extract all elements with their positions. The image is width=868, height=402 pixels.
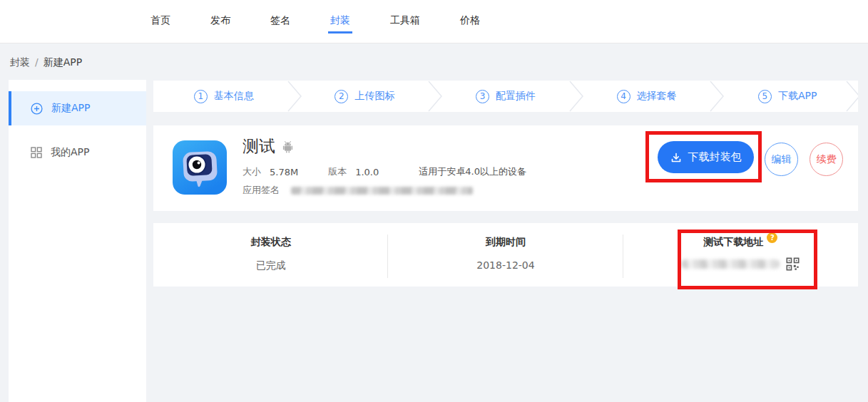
breadcrumb-separator: / xyxy=(35,56,39,68)
app-signature-row: 应用签名 xyxy=(242,184,473,197)
step-choose-plan[interactable]: 4 选择套餐 xyxy=(576,81,718,112)
main-nav: 首页 发布 签名 封装 工具箱 价格 xyxy=(0,0,868,43)
help-icon[interactable]: ? xyxy=(767,232,777,243)
steps-bar: 1 基本信息 2 上传图标 3 配置插件 4 选择套餐 5 下载APP xyxy=(153,81,858,112)
step-number-badge: 2 xyxy=(335,90,348,103)
grid-icon xyxy=(31,147,42,158)
sidebar-item-my-app[interactable]: 我的APP xyxy=(9,135,146,170)
nav-label: 首页 xyxy=(148,10,173,34)
chevron-right-icon xyxy=(709,81,725,112)
expiry-date-column: 到期时间 2018-12-04 xyxy=(388,223,623,287)
breadcrumb-page: 新建APP xyxy=(44,56,82,68)
package-status-column: 封装状态 已完成 xyxy=(153,223,388,287)
step-label: 上传图标 xyxy=(354,90,394,103)
step-number-badge: 1 xyxy=(194,90,208,103)
breadcrumb-section[interactable]: 封装 xyxy=(10,56,30,68)
sidebar-item-label: 我的APP xyxy=(51,146,89,159)
compat-text: 适用于安卓4.0以上的设备 xyxy=(419,165,526,178)
step-number-badge: 5 xyxy=(758,90,772,103)
app-signature-redacted xyxy=(291,187,473,195)
nav-item-signature[interactable]: 签名 xyxy=(268,0,292,43)
nav-label: 工具箱 xyxy=(388,10,422,34)
download-icon xyxy=(670,152,682,163)
app-card: 测试 大小 5.78M 版本 1.0.0 适用于安卓4.0以上的设备 应用签名 xyxy=(153,125,858,211)
nav-item-toolbox[interactable]: 工具箱 xyxy=(388,0,422,43)
download-button-label: 下载封装包 xyxy=(688,150,742,164)
edit-button[interactable]: 编辑 xyxy=(765,143,798,176)
app-title-row: 测试 xyxy=(242,135,294,158)
qr-code-icon[interactable] xyxy=(786,257,800,271)
package-status-label: 封装状态 xyxy=(153,236,388,249)
step-label: 选择套餐 xyxy=(637,90,677,103)
chevron-right-icon xyxy=(427,81,443,112)
version-value: 1.0.0 xyxy=(355,167,379,177)
step-upload-icon[interactable]: 2 上传图标 xyxy=(295,81,436,112)
app-meta-row: 大小 5.78M 版本 1.0.0 适用于安卓4.0以上的设备 xyxy=(242,165,526,178)
nav-label: 价格 xyxy=(458,10,482,34)
sidebar-item-new-app[interactable]: 新建APP xyxy=(9,91,146,125)
expiry-date-label: 到期时间 xyxy=(388,236,623,249)
breadcrumb: 封装/新建APP xyxy=(10,56,82,69)
page: 首页 发布 签名 封装 工具箱 价格 封装/新建APP 新建APP 我的APP xyxy=(0,0,868,402)
app-title: 测试 xyxy=(242,135,275,158)
size-label: 大小 xyxy=(242,165,261,178)
nav-item-home[interactable]: 首页 xyxy=(148,0,173,43)
info-panel: 封装状态 已完成 到期时间 2018-12-04 测试下载地址 ? xyxy=(153,223,858,287)
step-download-app[interactable]: 5 下载APP xyxy=(717,81,858,112)
chevron-right-icon xyxy=(845,81,858,112)
download-package-button[interactable]: 下载封装包 xyxy=(658,141,754,173)
signature-label: 应用签名 xyxy=(242,184,280,197)
package-status-value: 已完成 xyxy=(153,259,388,272)
step-label: 配置插件 xyxy=(496,90,536,103)
step-basic-info[interactable]: 1 基本信息 xyxy=(153,81,295,112)
top-nav-bar: 首页 发布 签名 封装 工具箱 价格 xyxy=(0,0,868,43)
step-number-badge: 3 xyxy=(476,90,489,103)
test-download-label-row: 测试下载地址 ? xyxy=(623,236,858,249)
nav-label: 签名 xyxy=(268,10,292,34)
step-label: 下载APP xyxy=(778,90,817,103)
nav-item-price[interactable]: 价格 xyxy=(458,0,482,43)
test-download-label: 测试下载地址 xyxy=(703,236,763,249)
renew-button[interactable]: 续费 xyxy=(810,143,843,176)
nav-item-publish[interactable]: 发布 xyxy=(208,0,233,43)
step-label: 基本信息 xyxy=(214,90,254,103)
sidebar: 新建APP 我的APP xyxy=(9,80,146,402)
nav-item-package[interactable]: 封装 xyxy=(328,0,352,43)
size-value: 5.78M xyxy=(270,167,298,177)
nav-label: 封装 xyxy=(328,10,352,34)
sidebar-item-label: 新建APP xyxy=(51,102,90,115)
test-download-url-row xyxy=(623,257,858,271)
android-icon xyxy=(282,140,294,153)
test-download-column: 测试下载地址 ? xyxy=(623,223,858,287)
circle-plus-icon xyxy=(31,103,43,115)
chevron-right-icon xyxy=(568,81,584,112)
test-download-url-redacted xyxy=(681,259,780,269)
step-configure-plugins[interactable]: 3 配置插件 xyxy=(435,81,576,112)
nav-label: 发布 xyxy=(208,10,233,34)
app-icon xyxy=(173,140,227,195)
step-number-badge: 4 xyxy=(617,90,630,103)
version-label: 版本 xyxy=(328,165,347,178)
chevron-right-icon xyxy=(287,81,302,112)
expiry-date-value: 2018-12-04 xyxy=(388,259,623,271)
